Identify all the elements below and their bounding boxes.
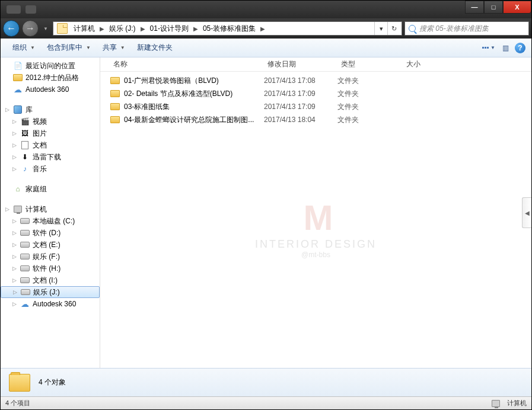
navigation-bar: ← → ▼ 计算机▶ 娱乐 (J:)▶ 01-设计导则▶ 05-装修标准图集▶ …	[1, 18, 531, 39]
details-count: 4 个对象	[39, 377, 66, 387]
folder-icon	[9, 374, 30, 392]
breadcrumb[interactable]: 01-设计导则	[146, 24, 192, 34]
file-type: 文件夹	[337, 89, 403, 99]
organize-button[interactable]: 组织▼	[7, 40, 41, 55]
navigation-tree[interactable]: 📄最近访问的位置 2012.绅士的品格 ☁Autodesk 360 ▷库 ▷🎬视…	[1, 57, 100, 368]
column-name[interactable]: 名称	[110, 59, 264, 69]
tree-music[interactable]: ▷♪音乐	[1, 163, 100, 175]
tree-recent[interactable]: 📄最近访问的位置	[1, 60, 100, 72]
chevron-right-icon[interactable]: ▶	[259, 25, 266, 32]
tree-document[interactable]: ▷文档	[1, 139, 100, 151]
address-dropdown[interactable]: ▾	[374, 22, 387, 35]
tree-drive-h[interactable]: ▷软件 (H:)	[1, 262, 100, 274]
title-blur	[7, 5, 21, 14]
tree-favorite[interactable]: 2012.绅士的品格	[1, 72, 100, 84]
file-row[interactable]: 03-标准图纸集 2017/4/13 17:09 文件夹	[100, 100, 531, 113]
include-library-button[interactable]: 包含到库中▼	[41, 40, 97, 55]
file-row[interactable]: 01-广州君悦装饰图籍（BLVD) 2017/4/13 17:08 文件夹	[100, 74, 531, 87]
tree-autodesk-2[interactable]: ▷☁Autodesk 360	[1, 298, 100, 310]
help-button[interactable]: ?	[515, 43, 525, 53]
file-name: 01-广州君悦装饰图籍（BLVD)	[124, 76, 219, 86]
file-date: 2017/4/13 17:09	[264, 102, 337, 111]
search-input[interactable]: 搜索 05-装修标准图集	[404, 21, 529, 36]
history-dropdown[interactable]: ▼	[41, 26, 50, 31]
refresh-button[interactable]: ↻	[387, 22, 400, 35]
tree-picture[interactable]: ▷🖼图片	[1, 127, 100, 139]
forward-button[interactable]: →	[22, 20, 39, 37]
command-toolbar: 组织▼ 包含到库中▼ 共享▼ 新建文件夹 ▼ ▥ ?	[1, 39, 531, 57]
file-type: 文件夹	[337, 115, 403, 125]
preview-pane-button[interactable]: ▥	[498, 41, 512, 55]
breadcrumb[interactable]: 娱乐 (J:)	[106, 24, 139, 34]
file-name: 02- Details 节点及标准选型(BLVD)	[124, 89, 232, 99]
column-date[interactable]: 修改日期	[264, 59, 337, 69]
tree-drive-d[interactable]: ▷软件 (D:)	[1, 227, 100, 239]
file-name: 04-最新金螳螂设计研究总院施工图制图...	[124, 115, 254, 125]
chevron-right-icon[interactable]: ▶	[139, 25, 146, 32]
tree-drive-c[interactable]: ▷本地磁盘 (C:)	[1, 215, 100, 227]
tree-drive-e[interactable]: ▷文档 (E:)	[1, 239, 100, 251]
maximize-button[interactable]: □	[484, 1, 503, 14]
view-options-button[interactable]: ▼	[482, 41, 496, 55]
status-computer: 计算机	[507, 399, 527, 408]
tree-drive-f[interactable]: ▷娱乐 (F:)	[1, 251, 100, 262]
file-date: 2017/4/13 17:09	[264, 89, 337, 98]
file-name: 03-标准图纸集	[124, 102, 170, 112]
breadcrumb[interactable]: 计算机	[70, 24, 98, 34]
main-area: 📄最近访问的位置 2012.绅士的品格 ☁Autodesk 360 ▷库 ▷🎬视…	[1, 57, 531, 368]
tree-autodesk[interactable]: ☁Autodesk 360	[1, 84, 100, 95]
details-pane: 4 个对象	[1, 368, 531, 396]
title-blur	[26, 5, 36, 14]
new-folder-button[interactable]: 新建文件夹	[131, 40, 179, 55]
chevron-right-icon[interactable]: ▶	[192, 25, 199, 32]
tree-drive-j[interactable]: ▷娱乐 (J:)	[1, 286, 100, 298]
explorer-window: — □ X ← → ▼ 计算机▶ 娱乐 (J:)▶ 01-设计导则▶ 05-装修…	[0, 0, 532, 410]
share-button[interactable]: 共享▼	[97, 40, 131, 55]
status-items: 4 个项目	[5, 399, 30, 408]
tree-video[interactable]: ▷🎬视频	[1, 116, 100, 127]
column-headers[interactable]: 名称 修改日期 类型 大小	[100, 57, 531, 72]
file-date: 2017/4/13 17:08	[264, 76, 337, 85]
folder-icon	[57, 23, 68, 34]
search-placeholder: 搜索 05-装修标准图集	[419, 24, 489, 34]
minimize-button[interactable]: —	[465, 1, 484, 14]
back-button[interactable]: ←	[3, 20, 20, 37]
side-panel-toggle[interactable]: ◀	[522, 197, 531, 228]
window-controls: — □ X	[465, 1, 531, 14]
tree-homegroup[interactable]: ⌂家庭组	[1, 183, 100, 195]
status-bar: 4 个项目 计算机	[1, 396, 531, 409]
address-bar[interactable]: 计算机▶ 娱乐 (J:)▶ 01-设计导则▶ 05-装修标准图集▶ ▾ ↻	[53, 21, 402, 36]
tree-computer[interactable]: ▷计算机	[1, 203, 100, 215]
breadcrumb[interactable]: 05-装修标准图集	[199, 24, 259, 34]
tree-xunlei[interactable]: ▷⬇迅雷下载	[1, 151, 100, 163]
file-date: 2017/4/13 18:04	[264, 116, 337, 124]
content-pane: 名称 修改日期 类型 大小 01-广州君悦装饰图籍（BLVD) 2017/4/1…	[100, 57, 531, 368]
file-row[interactable]: 04-最新金螳螂设计研究总院施工图制图... 2017/4/13 18:04 文…	[100, 113, 531, 126]
search-icon	[409, 25, 416, 32]
file-row[interactable]: 02- Details 节点及标准选型(BLVD) 2017/4/13 17:0…	[100, 87, 531, 100]
close-button[interactable]: X	[503, 1, 531, 14]
tree-library[interactable]: ▷库	[1, 104, 100, 116]
column-size[interactable]: 大小	[403, 59, 450, 69]
tree-drive-i[interactable]: ▷文档 (I:)	[1, 274, 100, 286]
file-type: 文件夹	[337, 102, 403, 112]
file-type: 文件夹	[337, 76, 403, 86]
column-type[interactable]: 类型	[337, 59, 403, 69]
titlebar[interactable]: — □ X	[1, 1, 531, 18]
chevron-right-icon[interactable]: ▶	[98, 25, 106, 32]
file-list[interactable]: 01-广州君悦装饰图籍（BLVD) 2017/4/13 17:08 文件夹 02…	[100, 72, 531, 368]
